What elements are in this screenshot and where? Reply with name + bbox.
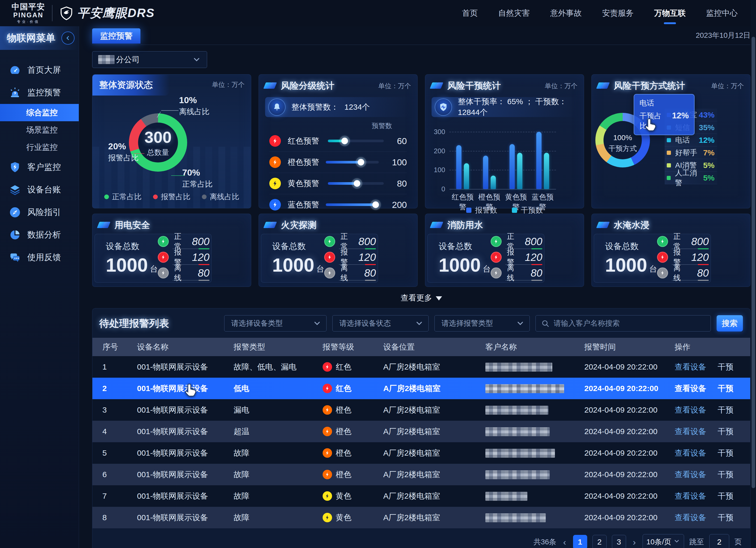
- slider-handle[interactable]: [342, 138, 348, 144]
- nav-item-2[interactable]: 自然灾害: [498, 0, 530, 26]
- slider-fill: [328, 182, 357, 185]
- sidebar-subitem-综合监控[interactable]: 综合监控: [0, 104, 79, 121]
- risk-level-row: 橙色预警100: [269, 152, 407, 173]
- sidebar-item-使用反馈[interactable]: 使用反馈: [0, 246, 79, 269]
- filter-device-status[interactable]: 请选择设备状态: [332, 315, 429, 331]
- view-device-link[interactable]: 查看设备: [675, 383, 706, 394]
- filter-alarm-type[interactable]: 请选择报警类型: [434, 315, 530, 331]
- intervene-link[interactable]: 干预: [718, 512, 733, 523]
- sidebar-item-客户监控[interactable]: 客户监控: [0, 156, 79, 178]
- nav-item-5[interactable]: 万物互联: [654, 0, 686, 26]
- filter-device-type[interactable]: 请选择设备类型: [224, 315, 327, 331]
- nav-item-3[interactable]: 意外事故: [550, 0, 582, 26]
- cell-alarm-type: 故障: [226, 491, 315, 502]
- cell-location: A厂房2楼电箱室: [375, 362, 477, 372]
- cell-location: A厂房2楼电箱室: [375, 405, 477, 415]
- sidebar-header: 物联网菜单: [0, 26, 79, 50]
- intervene-link[interactable]: 干预: [718, 405, 733, 415]
- table-row[interactable]: 5001-物联网展示设备故障橙色A厂房2楼电箱室2024-04-09 20:22…: [92, 442, 750, 464]
- card-title: 消防用水: [447, 219, 483, 231]
- branch-select[interactable]: 分公司: [92, 51, 207, 68]
- cell-actions: 查看设备干预: [667, 405, 750, 415]
- search-icon: [541, 319, 549, 328]
- nav-item-6[interactable]: 监控中心: [706, 0, 738, 26]
- view-more-button[interactable]: 查看更多: [92, 293, 750, 303]
- device-card-body: 设备总数1000台正常800报警120离线80: [594, 234, 711, 283]
- intervene-link[interactable]: 干预: [718, 426, 733, 437]
- risk-level-label: 黄色预警: [288, 178, 328, 189]
- risk-level-row: 黄色预警80: [269, 173, 407, 194]
- page-size-select[interactable]: 10条/页: [643, 534, 684, 548]
- sidebar-collapse-button[interactable]: [61, 31, 75, 45]
- page-button-3[interactable]: 3: [612, 535, 626, 548]
- device-stat-row: 离线80: [158, 266, 209, 280]
- sidebar-subitem-场景监控[interactable]: 场景监控: [0, 121, 79, 139]
- sidebar-item-数据分析[interactable]: 数据分析: [0, 224, 79, 246]
- table-row[interactable]: 7001-物联网展示设备故障黄色A厂房2楼电箱室2024-04-09 20:22…: [92, 485, 750, 507]
- view-device-link[interactable]: 查看设备: [675, 448, 706, 459]
- sidebar-subitem-行业监控[interactable]: 行业监控: [0, 139, 79, 156]
- callout-label: 离线占比: [179, 107, 209, 116]
- view-device-link[interactable]: 查看设备: [675, 426, 706, 437]
- view-device-link[interactable]: 查看设备: [675, 362, 706, 372]
- view-device-link[interactable]: 查看设备: [675, 469, 706, 480]
- device-stat-row: 离线80: [324, 266, 376, 280]
- status-bolt-icon: [324, 252, 335, 263]
- table-row[interactable]: 8001-物联网展示设备故障黄色A厂房2楼电箱室2024-04-09 20:22…: [92, 507, 750, 528]
- page-button-2[interactable]: 2: [592, 535, 607, 548]
- device-stats: 正常800报警120离线80: [491, 235, 549, 282]
- intervene-link[interactable]: 干预: [718, 383, 733, 394]
- sidebar-item-设备台账[interactable]: 设备台账: [0, 178, 79, 201]
- sidebar-item-首页大屏[interactable]: 首页大屏: [0, 59, 79, 81]
- masked-customer-name: [485, 363, 552, 372]
- device-total: 设备总数1000台: [272, 241, 324, 276]
- cell-customer: [477, 427, 576, 436]
- nav-item-1[interactable]: 首页: [462, 0, 478, 26]
- sidebar-item-风险指引[interactable]: 风险指引: [0, 201, 79, 224]
- slider-handle[interactable]: [358, 159, 364, 166]
- table-row[interactable]: 6001-物联网展示设备故障橙色A厂房2楼电箱室2024-04-09 20:22…: [92, 464, 750, 485]
- risk-level-row: 蓝色预警200: [269, 194, 407, 215]
- method-legend-item: 电话12%: [665, 134, 717, 146]
- card-header: 火灾探测: [259, 214, 417, 231]
- table-row[interactable]: 1001-物联网展示设备故障、低电、漏电红色A厂房2楼电箱室2024-04-09…: [92, 356, 750, 378]
- prev-page-button[interactable]: ‹: [561, 537, 568, 547]
- alert-total-summary: 整体预警数： 1234个: [265, 97, 411, 117]
- risk-level-label: 蓝色预警: [288, 199, 326, 210]
- page-button-1[interactable]: 1: [573, 535, 587, 548]
- intervention-summary-text: 整体干预率： 65% ； 干预数： 12844个: [458, 96, 577, 118]
- intervene-link[interactable]: 干预: [718, 469, 733, 480]
- y-tick-label: 200: [434, 147, 445, 155]
- slider-handle[interactable]: [354, 180, 360, 187]
- sidebar: 物联网菜单 首页大屏监控预警综合监控场景监控行业监控客户监控设备台账风险指引数据…: [0, 26, 79, 548]
- intervene-link[interactable]: 干预: [718, 362, 733, 372]
- nav-item-4[interactable]: 安责服务: [602, 0, 634, 26]
- cell-customer: [477, 513, 576, 522]
- view-device-link[interactable]: 查看设备: [675, 491, 706, 502]
- intervene-link[interactable]: 干预: [718, 491, 733, 502]
- view-device-link[interactable]: 查看设备: [675, 512, 706, 523]
- analytics-cards-row: 整体资源状态 单位：万个 300 总数量 10% 离线占比 20% 报警占比: [92, 74, 750, 208]
- tab-monitor-alert[interactable]: 监控预警: [92, 28, 140, 44]
- card-header: 用电安全: [92, 214, 251, 231]
- search-button[interactable]: 搜索: [717, 315, 743, 331]
- y-tick-label: 0: [442, 185, 445, 193]
- view-device-link[interactable]: 查看设备: [675, 405, 706, 415]
- next-page-button[interactable]: ›: [631, 537, 637, 547]
- slider-handle[interactable]: [372, 202, 379, 208]
- legend-label: 好帮手: [675, 148, 697, 158]
- device-stat-underline: [505, 264, 542, 265]
- jump-page-input[interactable]: 2: [709, 534, 729, 548]
- table-row[interactable]: 4001-物联网展示设备超温橙色A厂房2楼电箱室2024-04-09 20:22…: [92, 421, 750, 442]
- intervene-link[interactable]: 干预: [718, 448, 733, 459]
- device-stats: 正常800报警120离线80: [158, 235, 216, 282]
- table-row[interactable]: 3001-物联网展示设备漏电橙色A厂房2楼电箱室2024-04-09 20:22…: [92, 399, 750, 421]
- scrollbar-thumb[interactable]: [752, 37, 755, 488]
- pagination: 共36条‹123›10条/页跳至2页: [92, 528, 750, 548]
- card-title-icon: [431, 221, 443, 229]
- device-stat-underline: [672, 249, 709, 249]
- cell-device-name: 001-物联网展示设备: [129, 383, 226, 394]
- sidebar-item-监控预警[interactable]: 监控预警: [0, 81, 79, 104]
- cell-no: 2: [92, 384, 129, 393]
- customer-search-input[interactable]: [553, 319, 705, 328]
